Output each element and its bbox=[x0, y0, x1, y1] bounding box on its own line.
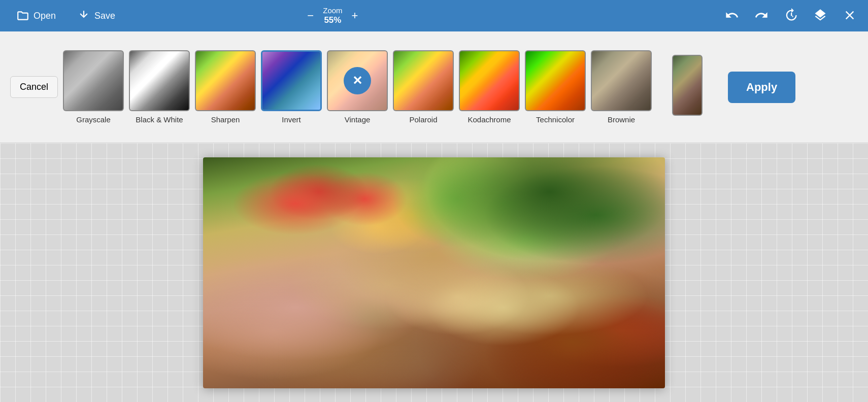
open-button[interactable]: Open bbox=[8, 5, 64, 26]
save-icon bbox=[77, 9, 90, 22]
image-container bbox=[203, 157, 665, 388]
apply-button[interactable]: Apply bbox=[728, 72, 795, 103]
undo-button[interactable] bbox=[722, 5, 742, 27]
open-icon bbox=[16, 9, 29, 22]
filter-unknown[interactable] bbox=[657, 55, 718, 120]
filter-bw-label: Black & White bbox=[136, 115, 183, 124]
food-image bbox=[203, 157, 665, 388]
filter-vintage-label: Vintage bbox=[345, 115, 371, 124]
filter-brownie-thumb bbox=[591, 50, 652, 111]
filter-vintage[interactable]: Vintage bbox=[327, 50, 388, 124]
filter-technicolor-thumb bbox=[525, 50, 586, 111]
filter-technicolor[interactable]: Technicolor bbox=[525, 50, 586, 124]
filter-sharpen-thumb bbox=[195, 50, 256, 111]
save-button[interactable]: Save bbox=[69, 5, 123, 26]
filterbar: Cancel Grayscale Black & White Sharpen I… bbox=[0, 31, 868, 143]
filter-bw-thumb bbox=[129, 50, 190, 111]
vintage-x-circle bbox=[344, 67, 371, 94]
topbar-right bbox=[722, 5, 860, 27]
zoom-out-button[interactable]: − bbox=[303, 7, 318, 24]
main-area bbox=[0, 143, 868, 402]
filter-grayscale[interactable]: Grayscale bbox=[63, 50, 124, 124]
filter-kodachrome-label: Kodachrome bbox=[468, 115, 511, 124]
topbar: Open Save − Zoom 55% + bbox=[0, 0, 868, 31]
cancel-button[interactable]: Cancel bbox=[10, 76, 58, 98]
filter-sharpen[interactable]: Sharpen bbox=[195, 50, 256, 124]
filter-polaroid-label: Polaroid bbox=[410, 115, 438, 124]
filter-kodachrome[interactable]: Kodachrome bbox=[459, 50, 520, 124]
close-button[interactable] bbox=[840, 5, 860, 27]
save-label: Save bbox=[94, 11, 115, 21]
close-icon bbox=[843, 8, 857, 22]
filter-brownie[interactable]: Brownie bbox=[591, 50, 652, 124]
redo-icon bbox=[754, 8, 769, 22]
filter-vintage-thumb bbox=[327, 50, 388, 111]
open-label: Open bbox=[34, 11, 56, 21]
layers-button[interactable] bbox=[810, 5, 830, 27]
filter-kodachrome-thumb bbox=[459, 50, 520, 111]
filter-unknown-thumb bbox=[672, 55, 703, 116]
filter-grayscale-label: Grayscale bbox=[76, 115, 111, 124]
vintage-x-overlay bbox=[328, 51, 387, 110]
redo-button[interactable] bbox=[751, 5, 772, 27]
filter-technicolor-label: Technicolor bbox=[536, 115, 575, 124]
filter-polaroid[interactable]: Polaroid bbox=[393, 50, 454, 124]
zoom-value: 55% bbox=[324, 15, 341, 25]
zoom-title: Zoom 55% bbox=[323, 6, 342, 25]
undo-icon bbox=[725, 8, 739, 22]
layers-icon bbox=[813, 8, 827, 22]
filter-invert-thumb bbox=[261, 50, 322, 111]
filter-brownie-label: Brownie bbox=[608, 115, 635, 124]
zoom-area: − Zoom 55% + bbox=[303, 6, 362, 25]
history-button[interactable] bbox=[781, 5, 801, 27]
filter-black-white[interactable]: Black & White bbox=[129, 50, 190, 124]
zoom-in-button[interactable]: + bbox=[348, 7, 362, 24]
filter-invert-label: Invert bbox=[282, 115, 301, 124]
filter-invert[interactable]: Invert bbox=[261, 50, 322, 124]
filter-polaroid-thumb bbox=[393, 50, 454, 111]
filter-grayscale-thumb bbox=[63, 50, 124, 111]
filter-sharpen-label: Sharpen bbox=[211, 115, 240, 124]
history-icon bbox=[784, 8, 798, 22]
zoom-text: Zoom bbox=[323, 6, 342, 15]
